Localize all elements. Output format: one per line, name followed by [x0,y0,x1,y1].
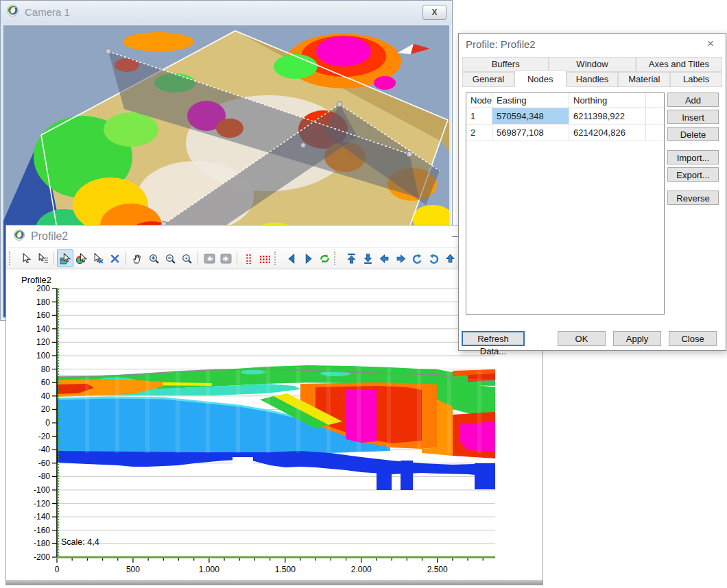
tab-material[interactable]: Material [618,72,670,87]
zoom-out-button[interactable] [162,249,178,267]
node-action-buttons: AddInsertDeleteImport...Export...Reverse [667,93,719,208]
column-header[interactable] [646,93,664,108]
apply-button[interactable]: Apply [613,331,661,346]
vertical-reference-button[interactable] [240,249,257,267]
horizontal-reference-button[interactable] [257,249,273,267]
tab-handles[interactable]: Handles [567,72,619,87]
cell-node[interactable]: 1 [466,108,492,125]
view-back-button[interactable] [201,249,217,267]
delete-icon [109,253,121,265]
zoom-in-icon [148,253,160,265]
move-node-icon [60,253,71,265]
step-forward-button[interactable] [300,249,316,267]
tick-label: 80 [41,365,51,374]
table-row[interactable]: 1570594,3486211398,922 [466,108,664,125]
tick-label: 60 [41,378,51,387]
vertical-reference-icon [243,253,254,265]
cell-easting[interactable]: 569877,108 [492,125,569,141]
tab-labels[interactable]: Labels [670,72,722,87]
align-bottom-icon [362,253,374,265]
select-icon [21,253,32,265]
step-back-icon [286,253,298,265]
cell-easting[interactable]: 570594,348 [492,108,569,125]
column-header[interactable]: Northing [569,93,646,108]
toolbar-separator [198,252,198,265]
shift-left-button[interactable] [376,249,392,267]
cell-empty[interactable] [646,125,664,141]
tab-nodes[interactable]: Nodes [514,70,567,87]
column-header[interactable]: Node [466,93,492,108]
zoom-in-button[interactable] [145,249,162,267]
select-button[interactable] [18,249,34,267]
table-header-row: NodeEastingNorthing [466,93,664,108]
insert-button[interactable]: Insert [667,110,719,124]
cell-northing[interactable]: 6211398,922 [569,108,646,125]
tick-label: -140 [34,512,50,522]
select-multiple-button[interactable] [34,249,51,267]
zoom-previous-icon [181,253,193,265]
tick-label: 1.000 [199,565,219,574]
rotate-ccw-button[interactable] [409,249,425,267]
cell-empty[interactable] [646,108,664,125]
view-back-icon [204,253,215,265]
pan-button[interactable] [129,249,145,267]
cell-node[interactable]: 2 [466,125,492,141]
shift-up-button[interactable] [442,249,458,267]
dialog-title: Profile: Profile2 [466,38,536,50]
move-node-button[interactable] [57,249,73,267]
toolbar-separator [126,252,126,265]
align-top-button[interactable] [343,249,359,267]
tab-axes-and-titles[interactable]: Axes and Titles [636,57,722,72]
cell-northing[interactable]: 6214204,826 [569,125,646,141]
dialog-titlebar[interactable]: Profile: Profile2 × [459,34,726,54]
tick-label: 0 [45,418,50,428]
delete-button[interactable] [106,249,123,267]
toolbar-separator [53,252,54,265]
rotate-ccw-icon [412,253,423,265]
tick-label: 160 [36,310,50,320]
delete-button[interactable]: Delete [667,127,719,141]
refresh-icon [319,253,331,265]
step-back-button[interactable] [283,249,300,267]
camera-close-button[interactable]: X [422,5,446,20]
tab-row-top: BuffersWindowAxes and Titles [462,57,722,72]
delete-node-button[interactable] [90,249,106,267]
tick-label: -80 [38,471,51,481]
tick-label: 200 [36,284,50,293]
dialog-close-icon[interactable]: × [702,37,719,51]
select-multiple-icon [37,253,49,265]
nodes-table[interactable]: NodeEastingNorthing1570594,3486211398,92… [466,93,665,315]
tick-label: 40 [41,391,51,401]
column-header[interactable]: Easting [492,93,569,108]
view-forward-button[interactable] [217,249,234,267]
rotate-cw-button[interactable] [425,249,442,267]
close-button[interactable]: Close [669,331,717,346]
camera-window-title: Camera 1 [25,6,70,18]
import-button[interactable]: Import... [667,150,719,164]
profile-window-title: Profile2 [31,230,68,243]
chart-title: Profile2 [21,275,51,285]
tab-general[interactable]: General [462,72,514,87]
dialog-tabs: BuffersWindowAxes and Titles GeneralNode… [462,57,722,87]
align-top-icon [346,253,357,265]
tick-label: -180 [34,539,50,548]
scale-annotation: Scale: 4,4 [61,537,99,547]
refresh-data-button[interactable]: Refresh Data... [462,331,525,346]
toolbar-grip [334,252,340,265]
refresh-button[interactable] [316,249,333,267]
align-bottom-button[interactable] [359,249,376,267]
shift-right-icon [395,253,407,265]
toolbar-grip [9,252,15,265]
table-row[interactable]: 2569877,1086214204,826 [466,125,664,141]
reverse-button[interactable]: Reverse [667,191,719,205]
export-button[interactable]: Export... [667,167,719,182]
camera-titlebar[interactable]: Camera 1 X [1,1,452,23]
desktop: Camera 1 X [0,0,727,588]
add-button[interactable]: Add [667,93,719,107]
ok-button[interactable]: OK [558,331,606,346]
shift-right-button[interactable] [392,249,409,267]
edit-node-button[interactable] [73,249,90,267]
zoom-previous-button[interactable] [178,249,195,267]
tick-label: -60 [38,458,51,468]
tab-row-bottom: GeneralNodesHandlesMaterialLabels [462,72,722,87]
